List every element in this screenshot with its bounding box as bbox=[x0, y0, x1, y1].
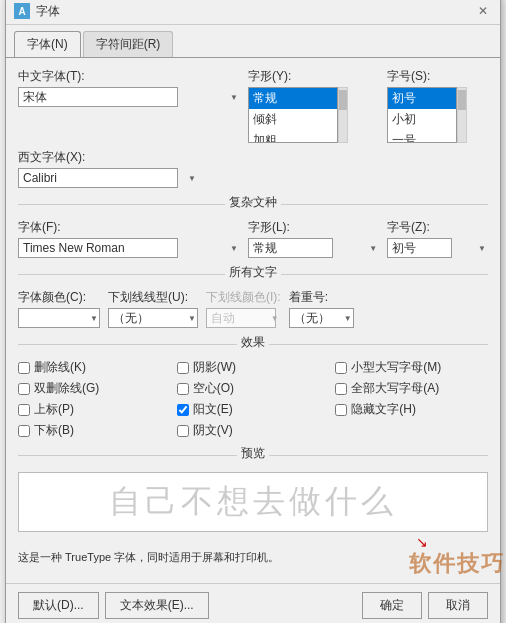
complex-font-label: 字体(F): bbox=[18, 219, 240, 236]
checkbox-engrave[interactable]: 阴文(V) bbox=[177, 422, 330, 439]
complex-style-label: 字形(L): bbox=[248, 219, 379, 236]
all-text-section-header: 所有文字 bbox=[18, 264, 488, 285]
checkbox-small-caps[interactable]: 小型大写字母(M) bbox=[335, 359, 488, 376]
font-size-label: 字号(S): bbox=[387, 68, 488, 85]
strikethrough-label: 删除线(K) bbox=[34, 359, 86, 376]
western-font-select[interactable]: Calibri bbox=[18, 168, 178, 188]
font-style-item-1[interactable]: 倾斜 bbox=[249, 109, 337, 130]
complex-font-select-wrapper: Times New Roman ▼ bbox=[18, 238, 240, 258]
underline-color-select-wrapper: 自动 ▼ bbox=[206, 308, 281, 328]
emphasis-group: 着重号: （无） ▼ bbox=[289, 289, 354, 328]
underline-color-label: 下划线颜色(I): bbox=[206, 289, 281, 306]
complex-size-label: 字号(Z): bbox=[387, 219, 488, 236]
underline-type-label: 下划线线型(U): bbox=[108, 289, 198, 306]
tab-spacing[interactable]: 字符间距(R) bbox=[83, 31, 174, 57]
complex-style-group: 字形(L): 常规 ▼ bbox=[248, 219, 379, 258]
emphasis-select-wrapper: （无） ▼ bbox=[289, 308, 354, 328]
engrave-input[interactable] bbox=[177, 425, 189, 437]
underline-type-select-wrapper: （无） ▼ bbox=[108, 308, 198, 328]
font-style-list[interactable]: 常规 倾斜 加粗 bbox=[248, 87, 338, 143]
subscript-label: 下标(B) bbox=[34, 422, 74, 439]
font-style-scroll-thumb bbox=[339, 90, 347, 110]
all-text-row: 字体颜色(C): ▼ 下划线线型(U): （无） ▼ 下划线颜 bbox=[18, 289, 488, 328]
tab-font[interactable]: 字体(N) bbox=[14, 31, 81, 57]
all-caps-input[interactable] bbox=[335, 383, 347, 395]
checkbox-hidden[interactable]: 隐藏文字(H) bbox=[335, 401, 488, 418]
cancel-button[interactable]: 取消 bbox=[428, 592, 488, 619]
emphasis-select[interactable]: （无） bbox=[289, 308, 354, 328]
all-caps-label: 全部大写字母(A) bbox=[351, 380, 439, 397]
title-bar: A 字体 ✕ bbox=[6, 0, 500, 25]
subscript-input[interactable] bbox=[18, 425, 30, 437]
all-text-section-title: 所有文字 bbox=[229, 264, 277, 281]
complex-style-select[interactable]: 常规 bbox=[248, 238, 333, 258]
font-size-list[interactable]: 初号 小初 一号 bbox=[387, 87, 457, 143]
checkbox-double-strike[interactable]: 双删除线(G) bbox=[18, 380, 171, 397]
dialog-title: 字体 bbox=[36, 3, 60, 20]
checkbox-subscript[interactable]: 下标(B) bbox=[18, 422, 171, 439]
checkbox-strikethrough[interactable]: 删除线(K) bbox=[18, 359, 171, 376]
chinese-font-select[interactable]: 宋体 bbox=[18, 87, 178, 107]
underline-color-group: 下划线颜色(I): 自动 ▼ bbox=[206, 289, 281, 328]
preview-note: 这是一种 TrueType 字体，同时适用于屏幕和打印机。 bbox=[18, 550, 488, 565]
hollow-label: 空心(O) bbox=[193, 380, 234, 397]
default-button[interactable]: 默认(D)... bbox=[18, 592, 99, 619]
complex-size-select[interactable]: 初号 bbox=[387, 238, 452, 258]
font-size-item-0[interactable]: 初号 bbox=[388, 88, 456, 109]
complex-size-group: 字号(Z): 初号 ▼ bbox=[387, 219, 488, 258]
arrow-row: ↘ bbox=[18, 534, 428, 550]
strikethrough-input[interactable] bbox=[18, 362, 30, 374]
checkbox-superscript[interactable]: 上标(P) bbox=[18, 401, 171, 418]
chinese-font-arrow-icon: ▼ bbox=[230, 93, 238, 102]
chinese-font-label: 中文字体(T): bbox=[18, 68, 240, 85]
effects-section-header: 效果 bbox=[18, 334, 488, 355]
dialog-icon: A bbox=[14, 3, 30, 19]
close-button[interactable]: ✕ bbox=[474, 2, 492, 20]
small-caps-input[interactable] bbox=[335, 362, 347, 374]
tab-bar: 字体(N) 字符间距(R) bbox=[6, 25, 500, 57]
superscript-input[interactable] bbox=[18, 404, 30, 416]
font-size-item-1[interactable]: 小初 bbox=[388, 109, 456, 130]
complex-style-arrow-icon: ▼ bbox=[369, 244, 377, 253]
preview-area: 自己不想去做什么 bbox=[18, 472, 488, 532]
shadow-input[interactable] bbox=[177, 362, 189, 374]
preview-section-header: 预览 bbox=[18, 445, 488, 466]
complex-font-select[interactable]: Times New Roman bbox=[18, 238, 178, 258]
hidden-input[interactable] bbox=[335, 404, 347, 416]
text-effects-button[interactable]: 文本效果(E)... bbox=[105, 592, 209, 619]
checkbox-hollow[interactable]: 空心(O) bbox=[177, 380, 330, 397]
font-style-item-2[interactable]: 加粗 bbox=[249, 130, 337, 143]
underline-color-select[interactable]: 自动 bbox=[206, 308, 276, 328]
engrave-label: 阴文(V) bbox=[193, 422, 233, 439]
complex-script-row: 字体(F): Times New Roman ▼ 字形(L): 常规 ▼ bbox=[18, 219, 488, 258]
font-style-item-0[interactable]: 常规 bbox=[249, 88, 337, 109]
checkbox-emboss[interactable]: 阳文(E) bbox=[177, 401, 330, 418]
checkbox-shadow[interactable]: 阴影(W) bbox=[177, 359, 330, 376]
font-color-label: 字体颜色(C): bbox=[18, 289, 100, 306]
ok-button[interactable]: 确定 bbox=[362, 592, 422, 619]
complex-section-title: 复杂文种 bbox=[229, 194, 277, 211]
complex-size-arrow-icon: ▼ bbox=[478, 244, 486, 253]
font-size-scroll-thumb bbox=[458, 90, 466, 110]
font-size-item-2[interactable]: 一号 bbox=[388, 130, 456, 143]
complex-size-select-wrapper: 初号 ▼ bbox=[387, 238, 488, 258]
emboss-input[interactable] bbox=[177, 404, 189, 416]
chinese-font-row: 中文字体(T): 宋体 ▼ 字形(Y): 常规 倾斜 加粗 bbox=[18, 68, 488, 143]
emphasis-label: 着重号: bbox=[289, 289, 354, 306]
font-color-select[interactable] bbox=[18, 308, 100, 328]
font-size-scrollbar[interactable] bbox=[457, 87, 467, 143]
checkbox-all-caps[interactable]: 全部大写字母(A) bbox=[335, 380, 488, 397]
chinese-font-group: 中文字体(T): 宋体 ▼ bbox=[18, 68, 240, 107]
shadow-label: 阴影(W) bbox=[193, 359, 236, 376]
bottom-buttons: 默认(D)... 文本效果(E)... 确定 取消 bbox=[6, 583, 500, 623]
title-bar-left: A 字体 bbox=[14, 3, 60, 20]
right-buttons: 确定 取消 bbox=[362, 592, 488, 619]
font-style-scrollbar[interactable] bbox=[338, 87, 348, 143]
font-dialog: A 字体 ✕ 字体(N) 字符间距(R) 中文字体(T): 宋体 ▼ 字形(Y) bbox=[5, 0, 501, 623]
chinese-font-select-wrapper: 宋体 ▼ bbox=[18, 87, 240, 107]
hollow-input[interactable] bbox=[177, 383, 189, 395]
double-strike-input[interactable] bbox=[18, 383, 30, 395]
western-font-label: 西文字体(X): bbox=[18, 149, 198, 166]
arrow-icon: ↘ bbox=[416, 534, 428, 550]
underline-type-select[interactable]: （无） bbox=[108, 308, 198, 328]
